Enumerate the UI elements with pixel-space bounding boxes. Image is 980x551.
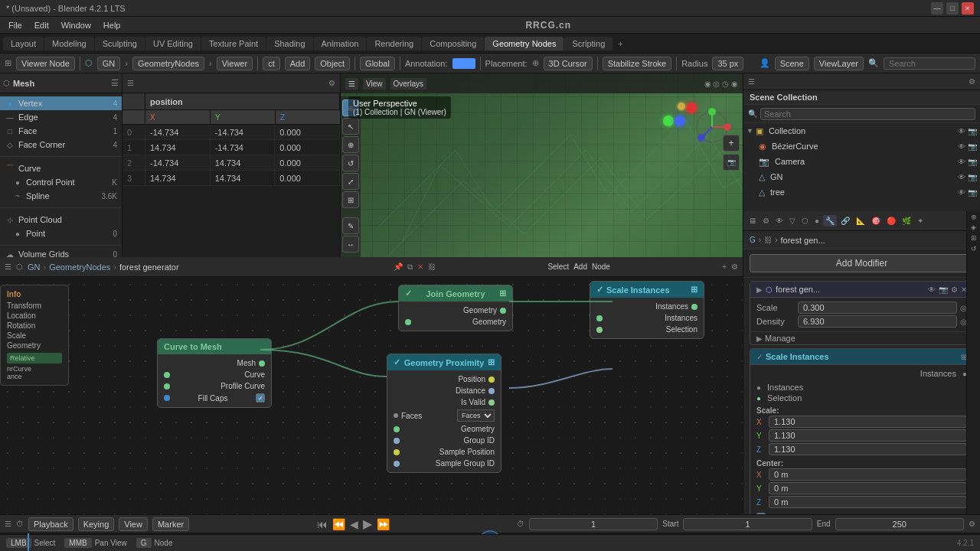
geometry-proximity-node[interactable]: ✓ Geometry Proximity ⊞ Position Distance… xyxy=(387,354,501,473)
tab-geometry-nodes[interactable]: Geometry Nodes xyxy=(485,37,564,51)
props-icon-7[interactable]: 🔗 xyxy=(838,215,852,227)
cam-render-icon[interactable]: 📷 xyxy=(968,158,977,166)
menu-file[interactable]: File xyxy=(3,19,28,31)
geometry-proximity-checkbox[interactable]: ✓ xyxy=(394,357,400,367)
bc-render-icon[interactable]: 📷 xyxy=(968,142,977,151)
relative-label[interactable]: Relative xyxy=(7,353,62,364)
stabilize-btn[interactable]: Stabilize Stroke xyxy=(603,57,671,70)
modifier-vis-icon[interactable]: 👁 xyxy=(928,285,936,294)
edit-btn[interactable]: ct xyxy=(263,57,280,70)
tab-sculpting[interactable]: Sculpting xyxy=(95,37,145,51)
node-editor-menu[interactable]: ☰ xyxy=(5,262,11,271)
curve-to-mesh-node[interactable]: Curve to Mesh Mesh Curve Profile Curve xyxy=(157,338,272,408)
geometry-nodes-btn[interactable]: GeometryNodes xyxy=(132,57,204,70)
step-back-btn[interactable]: ⏪ xyxy=(332,518,345,530)
props-icon-1[interactable]: 🖥 xyxy=(746,215,759,227)
node-editor-close-icon[interactable]: ✕ xyxy=(417,262,423,271)
outliner-menu-icon[interactable]: ☰ xyxy=(748,77,755,86)
view-btn[interactable]: View xyxy=(119,517,148,531)
gp-faces-select[interactable]: Faces xyxy=(457,409,495,422)
global-btn[interactable]: Global xyxy=(360,57,395,70)
timeline-menu-icon[interactable]: ☰ xyxy=(5,520,11,528)
radius-value[interactable]: 35 px xyxy=(712,57,743,70)
face-item[interactable]: □ Face 1 xyxy=(0,124,122,138)
tree-vis-icon[interactable]: 👁 xyxy=(958,188,965,197)
si-collapse-icon[interactable]: ✓ xyxy=(756,353,763,361)
tree-item[interactable]: △ tree 👁 📷 xyxy=(743,184,980,200)
current-frame[interactable]: 1 xyxy=(529,518,658,530)
close-button[interactable]: ✕ xyxy=(962,2,974,15)
props-icon-6[interactable]: ● xyxy=(812,215,822,227)
tab-modeling[interactable]: Modeling xyxy=(44,37,94,51)
spline-item[interactable]: ~ Spline 3.6K xyxy=(0,189,122,203)
props-icon-9[interactable]: 🎯 xyxy=(869,215,883,227)
props-icon-12[interactable]: ✦ xyxy=(915,215,926,227)
modifier-collapse-icon[interactable]: ▶ xyxy=(756,285,763,294)
gn-item[interactable]: △ GN 👁 📷 xyxy=(743,169,980,184)
spreadsheet-menu-icon[interactable]: ☰ xyxy=(127,79,134,87)
props-icon-8[interactable]: 📐 xyxy=(854,215,867,227)
tab-shading[interactable]: Shading xyxy=(266,37,312,51)
scale-instances-checkbox[interactable]: ✓ xyxy=(596,285,603,295)
tree-render-icon[interactable]: 📷 xyxy=(968,188,977,197)
end-frame[interactable]: 250 xyxy=(835,518,964,530)
scale-instances-expand[interactable]: ⊞ xyxy=(691,285,697,295)
start-frame[interactable]: 1 xyxy=(683,518,812,530)
si-cz-value[interactable]: 0 m xyxy=(769,496,967,508)
tab-animation[interactable]: Animation xyxy=(314,37,367,51)
cursor-btn[interactable]: 3D Cursor xyxy=(544,57,593,70)
viewport-shading-icons[interactable]: ◉ ◎ ◷ ◉ xyxy=(704,80,738,88)
fill-caps-checkbox[interactable] xyxy=(256,393,265,403)
viewport-view-btn[interactable]: View xyxy=(363,78,386,90)
viewport-menu-icon[interactable]: ☰ xyxy=(345,78,358,90)
menu-window[interactable]: Window xyxy=(56,19,96,31)
tab-texture-paint[interactable]: Texture Paint xyxy=(201,37,266,51)
scale-instances-node[interactable]: ✓ Scale Instances ⊞ Instances Instances … xyxy=(590,281,704,339)
si-scale-x-value[interactable]: 1.130 xyxy=(769,416,967,428)
add-modifier-button[interactable]: Add Modifier xyxy=(750,254,974,272)
control-point-item[interactable]: ● Control Point K xyxy=(0,175,122,189)
node-editor-link-icon[interactable]: ⛓ xyxy=(428,262,436,271)
object-btn[interactable]: Object xyxy=(315,57,350,70)
play-btn[interactable]: ▶ xyxy=(363,517,372,531)
props-icon-3[interactable]: 👁 xyxy=(773,215,786,227)
tab-uv-editing[interactable]: UV Editing xyxy=(145,37,201,51)
manage-expand-icon[interactable]: ▶ xyxy=(756,334,763,343)
menu-edit[interactable]: Edit xyxy=(29,19,54,31)
node-editor-settings-icon[interactable]: ⚙ xyxy=(731,262,738,271)
node-editor-node-btn[interactable]: Node xyxy=(592,262,610,271)
si-cy-value[interactable]: 0 m xyxy=(769,482,967,494)
camera-item[interactable]: 📷 Camera 👁 📷 xyxy=(743,154,980,169)
viewer-node-btn[interactable]: Viewer Node xyxy=(16,57,75,70)
scene-btn[interactable]: Scene xyxy=(775,57,809,70)
node-editor[interactable]: ☰ ⬡ GN › GeometryNodes › forest generato… xyxy=(0,257,743,514)
tab-compositing[interactable]: Compositing xyxy=(422,37,484,51)
rsb-icon-2[interactable]: ◈ xyxy=(971,223,976,231)
gn-vis-icon[interactable]: 👁 xyxy=(958,173,965,181)
viewlayer-btn[interactable]: ViewLayer xyxy=(814,57,864,70)
props-icon-4[interactable]: ▽ xyxy=(787,215,798,227)
manage-label[interactable]: Manage xyxy=(765,334,795,343)
play-back-btn[interactable]: ◀ xyxy=(350,518,358,530)
collection-vis-icon[interactable]: 👁 xyxy=(958,127,965,135)
point-cloud-header[interactable]: ⊹ Point Cloud xyxy=(0,213,122,227)
timeline-settings-icon[interactable]: ⚙ xyxy=(969,520,975,528)
maximize-button[interactable]: □ xyxy=(946,2,959,15)
density-field-value[interactable]: 6.930 xyxy=(798,315,957,328)
breadcrumb-forest-gen[interactable]: forest generator xyxy=(119,262,179,272)
viewport[interactable]: ☰ View Overlays ◉ ◎ ◷ ◉ User Perspective… xyxy=(341,73,743,257)
props-icon-2[interactable]: ⚙ xyxy=(760,215,772,227)
tab-scripting[interactable]: Scripting xyxy=(564,37,612,51)
left-panel-menu-icon[interactable]: ☰ xyxy=(111,78,119,88)
face-corner-item[interactable]: ◇ Face Corner 4 xyxy=(0,138,122,152)
props-icon-modifier-active[interactable]: 🔧 xyxy=(823,215,837,227)
si-scale-z-value[interactable]: 1.130 xyxy=(769,443,967,455)
si-scale-y-value[interactable]: 1.130 xyxy=(769,429,967,442)
rsb-icon-4[interactable]: ↺ xyxy=(971,245,977,253)
gn-btn[interactable]: GN xyxy=(97,57,121,70)
modifier-settings-icon[interactable]: ⚙ xyxy=(951,285,958,294)
playback-btn[interactable]: Playback xyxy=(28,517,74,531)
outliner-filter-icon[interactable]: ⚙ xyxy=(969,77,975,86)
vertex-item[interactable]: ● Vertex 4 xyxy=(0,96,122,110)
spreadsheet-settings-icon[interactable]: ⚙ xyxy=(328,79,335,87)
